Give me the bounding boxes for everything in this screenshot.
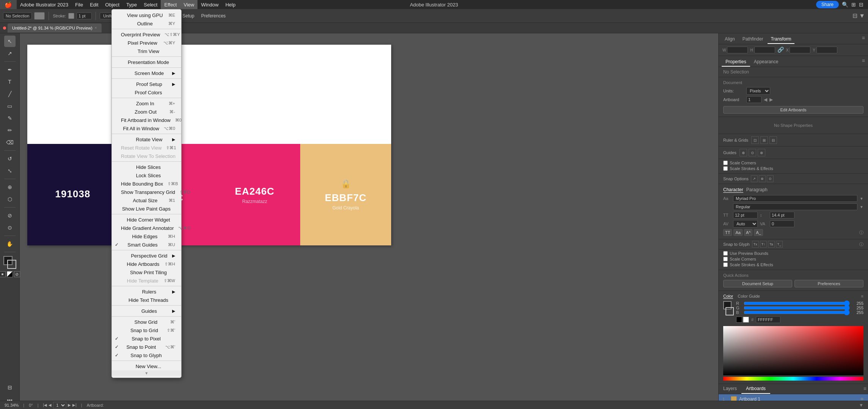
menu-live-paint-gaps[interactable]: Show Live Paint Gaps [112, 204, 181, 213]
menu-hide-gradient-annotator[interactable]: Hide Gradient Annotator ⌥⌘G [112, 224, 181, 232]
font-dropdown-arrow[interactable]: ▼ [860, 197, 863, 201]
menu-effect[interactable]: Effect [161, 0, 180, 9]
menu-reset-rotate[interactable]: Reset Rotate View ⇧⌘1 [112, 144, 181, 152]
menu-hide-edges[interactable]: Hide Edges ⌘H [112, 232, 181, 240]
color-panel-menu-icon[interactable]: ≡ [861, 294, 863, 299]
menu-snap-to-glyph[interactable]: ✓ Snap to Glyph [112, 351, 181, 359]
menu-view[interactable]: View [180, 0, 197, 9]
fill-stroke-swatch[interactable] [34, 12, 45, 20]
menu-new-view[interactable]: New View... [112, 362, 181, 370]
arrange-windows-icon[interactable]: ⊟ [852, 12, 857, 19]
menu-hide-text-threads[interactable]: Hide Text Threads [112, 296, 181, 304]
stroke-swatch-widget[interactable] [7, 260, 16, 269]
menu-show-transparency[interactable]: Show Transparency Grid ⇧⌘D [112, 188, 181, 196]
b-slider[interactable] [744, 311, 850, 314]
window-controls-icon[interactable]: ⊞ [851, 2, 856, 8]
menu-hide-corner-widget[interactable]: Hide Corner Widget [112, 215, 181, 224]
glyph-info-icon[interactable]: ⓘ [859, 242, 863, 247]
menu-trim-view[interactable]: Trim View [112, 47, 181, 55]
kerning-select[interactable]: Auto Optical Metrics [733, 220, 758, 228]
menu-guides[interactable]: Guides ▶ [112, 307, 181, 315]
menu-snap-to-point[interactable]: ✓ Snap to Point ⌥⌘' [112, 343, 181, 351]
hex-value-input[interactable]: FFFFFF [756, 316, 780, 323]
menu-screen-mode[interactable]: Screen Mode ▶ [112, 69, 181, 77]
tab-properties[interactable]: Properties [722, 58, 750, 67]
artboard-prev-btn[interactable]: ◀ [49, 403, 52, 407]
snap-icon-1[interactable]: ↗ [751, 175, 758, 182]
tab-close-icon[interactable]: × [95, 26, 97, 30]
prop-panel-icon[interactable]: ≡ [862, 58, 865, 67]
arrange-icon[interactable]: ⊟ [859, 2, 863, 8]
font-style-selector[interactable]: Regular [733, 203, 857, 210]
share-button[interactable]: Share [816, 1, 839, 8]
menu-proof-setup[interactable]: Proof Setup ▶ [112, 80, 181, 88]
eraser-tool[interactable]: ⌫ [4, 137, 16, 148]
menu-fit-all[interactable]: Fit All in Window ⌥⌘0 [112, 124, 181, 133]
menu-illustrator[interactable]: Adobe Illustrator 2023 [17, 0, 72, 9]
menu-zoom-out[interactable]: Zoom Out ⌘- [112, 108, 181, 116]
stroke-color-swatch[interactable] [725, 307, 734, 315]
char-info-icon[interactable]: ⓘ [859, 230, 863, 236]
layers-tab[interactable]: Layers [719, 384, 741, 394]
scale-tool[interactable]: ⤡ [4, 165, 16, 176]
tracking-input[interactable] [770, 220, 794, 227]
menu-rotate-view[interactable]: Rotate View ▶ [112, 135, 181, 144]
white-swatch[interactable] [743, 317, 749, 323]
menu-show-print-tiling[interactable]: Show Print Tiling [112, 268, 181, 276]
use-preview-checkbox[interactable] [723, 251, 728, 256]
snap-icon-2[interactable]: ⊕ [759, 175, 766, 182]
menu-overprint-preview[interactable]: Overprint Preview ⌥⇧⌘Y [112, 30, 181, 39]
menu-smart-guides[interactable]: ✓ Smart Guides ⌘U [112, 240, 181, 249]
menu-show-grid[interactable]: Show Grid ⌘' [112, 318, 181, 326]
guide-icon-2[interactable]: ⊙ [749, 149, 756, 156]
scale-strokes2-checkbox[interactable] [723, 262, 728, 267]
qa-document-setup-button[interactable]: Document Setup [723, 280, 792, 287]
menu-help[interactable]: Help [222, 0, 239, 9]
zoom-tool[interactable]: ⊙ [4, 222, 16, 233]
panel-toggle-icon[interactable]: ▼ [859, 12, 865, 19]
y-input[interactable] [816, 47, 837, 53]
tab-align[interactable]: Align [722, 35, 738, 44]
menu-hide-template[interactable]: Hide Template ⇧⌘W [112, 276, 181, 285]
snap-icon-3[interactable]: ⊙ [767, 175, 774, 182]
layers-menu-icon[interactable]: ≡ [862, 384, 868, 394]
tab-transform[interactable]: Transform [768, 35, 794, 44]
font-style-arrow[interactable]: ▼ [860, 205, 863, 209]
edit-artboards-button[interactable]: Edit Artboards [723, 106, 863, 114]
close-dot[interactable] [3, 27, 6, 30]
rotate-tool[interactable]: ↺ [4, 153, 16, 164]
menu-rotate-to-selection[interactable]: Rotate View To Selection [112, 152, 181, 160]
artboard-input[interactable] [746, 96, 761, 103]
ruler-icon[interactable]: ⊡ [751, 136, 759, 144]
scale-corners-checkbox[interactable] [723, 161, 728, 165]
scale-strokes-checkbox[interactable] [723, 166, 728, 171]
color-guide-tab[interactable]: Color Guide [738, 294, 760, 299]
artboard-number-select[interactable]: 1 [53, 402, 66, 409]
character-tab[interactable]: Character [723, 187, 743, 193]
menu-outline[interactable]: Outline ⌘Y [112, 19, 181, 28]
hue-slider[interactable] [723, 377, 863, 381]
pen-tool[interactable]: ✒ [4, 64, 16, 75]
menu-snap-to-pixel[interactable]: ✓ Snap to Pixel [112, 334, 181, 343]
menu-edit[interactable]: Edit [86, 0, 102, 9]
paragraph-tab[interactable]: Paragraph [746, 187, 768, 193]
menu-lock-slices[interactable]: Lock Slices [112, 171, 181, 180]
menu-pixel-preview[interactable]: Pixel Preview ⌥⌘Y [112, 39, 181, 47]
menu-zoom-in[interactable]: Zoom In ⌘+ [112, 99, 181, 108]
search-icon[interactable]: 🔍 [842, 2, 848, 8]
menu-fit-artboard[interactable]: Fit Artboard in Window ⌘0 [112, 116, 181, 124]
menu-rulers[interactable]: Rulers ▶ [112, 287, 181, 296]
menu-file[interactable]: File [72, 0, 86, 9]
tab-pathfinder[interactable]: Pathfinder [740, 35, 766, 44]
stroke-swatch[interactable] [68, 13, 74, 19]
artboard-row-1[interactable]: 1 Artboard 1 👁 [719, 394, 868, 401]
char-option-tt[interactable]: TT [723, 229, 732, 236]
scale-corners2-checkbox[interactable] [723, 257, 728, 261]
document-tab[interactable]: Untitled-2* @ 91.34 % (RGB/CPU Preview) … [8, 23, 102, 33]
preferences-button[interactable]: Preferences [199, 12, 228, 20]
none-mode-icon[interactable]: ⊘ [14, 271, 20, 277]
rectangle-tool[interactable]: ▭ [4, 100, 16, 112]
link-wh-icon[interactable]: 🔗 [777, 47, 784, 53]
menu-window[interactable]: Window [197, 0, 222, 9]
status-dropdown-icon[interactable]: ▼ [859, 403, 863, 408]
